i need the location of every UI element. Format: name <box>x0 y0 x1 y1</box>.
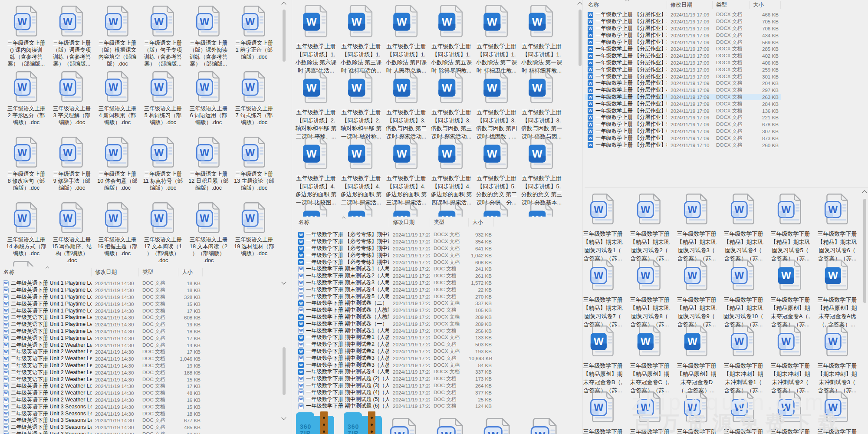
file-icon-item[interactable]: W五年级数学上册 【同步讲练】4. 多边形的面积 第 三课时 探索活... <box>384 136 429 207</box>
file-icon-item[interactable]: W三年级数学下册 【期末冲刺】期 <box>720 391 766 434</box>
file-row[interactable]: W二年级英语下册 Unit 3 Seasons Lesso...2024/11/… <box>0 417 203 424</box>
column-header-date[interactable]: 修改日期 <box>667 1 713 9</box>
file-icon-item[interactable]: W三年级语文上册 14 构段方式（部 编版）.doc <box>3 202 49 257</box>
file-icon-item[interactable]: W三年级数学下册 【期末冲刺】期 <box>674 391 720 434</box>
file-row[interactable]: W二年级英语下册 Unit 2 Weather Lesso...2024/11/… <box>0 355 203 362</box>
file-row[interactable]: W一年级数学下册 期中测试卷2（人教版...2024/11/19 17:23DO… <box>295 348 494 355</box>
file-row[interactable]: W一年级数学下册 期中测试卷（一）（人...2024/11/19 17:23DO… <box>295 320 494 327</box>
file-row[interactable]: W二年级英语下册 Unit 2 Weather Lesso...2024/11/… <box>0 342 203 349</box>
file-row[interactable]: W一年级数学上册 【分层作业】5.3 10（...2024/11/19 17:0… <box>585 107 781 114</box>
file-icon-item[interactable]: W三年级数学下册 【期末冲刺】期 <box>627 391 673 434</box>
file-icon-item[interactable]: W三年级语文上册 17 文本阅读（1 ）（部编版） .doc <box>140 202 186 264</box>
scrollbar-thumb[interactable] <box>283 10 286 62</box>
file-icon-item[interactable]: W三年级数学下册 【精品】期末巩 固复习试卷4（ 含答案）（苏... <box>720 193 766 263</box>
file-row[interactable]: W一年级数学下册 【必考专练】期中试题...2024/11/19 17:23DO… <box>295 231 494 238</box>
file-row[interactable]: W二年级英语下册 Unit 2 Weather Lesso...2024/11/… <box>0 369 203 376</box>
file-row[interactable]: W一年级数学下册 期中测试卷（人教版）....2024/11/19 17:23D… <box>295 307 494 314</box>
file-icon-item[interactable]: W三年级语文上册 11 标点符号（部 编版）.doc <box>140 136 186 191</box>
column-header-date[interactable]: 修改日期 <box>92 268 139 276</box>
file-icon-item[interactable]: W三年级数学下册 【精品】期末巩 固复习试卷9（ 含答案）（苏... <box>674 259 720 329</box>
file-icon-item[interactable]: W <box>483 418 512 434</box>
scrollbar-thumb[interactable] <box>283 347 286 395</box>
file-row[interactable]: W二年级英语下册 Unit 1 Playtime Lesso...2024/11… <box>0 328 203 335</box>
file-icon-item[interactable]: W三年级数学下册 【期末冲刺】期 末冲刺试卷2（ 含答案）（苏... <box>767 325 813 395</box>
column-header-name[interactable]: 名称 <box>295 218 389 227</box>
file-icon-item[interactable]: W五年级数学上册 【同步讲练】1. 小数除法 第四课 时 人民币兑换... <box>384 4 429 75</box>
file-row[interactable]: W一年级数学上册 【分层作业】8.1 9加几...2024/11/19 17:1… <box>585 141 781 148</box>
file-row[interactable]: W一年级数学下册 期中测试卷3（人教版...2024/11/19 17:23DO… <box>295 355 494 362</box>
file-icon-item[interactable]: W三年级数学下册 【精品原创】期 末夺冠金卷A（, 含答案）（苏... <box>767 259 813 329</box>
file-icon-item[interactable]: W五年级数学上册 【同步讲练】3. 倍数与因数 第三 课时 探索活动... <box>429 70 474 141</box>
scrollbar-thumb[interactable] <box>579 10 582 66</box>
file-row[interactable]: W二年级英语下册 Unit 1 Playtime Lesso...2024/11… <box>0 280 203 287</box>
file-icon-item[interactable]: W三年级语文上册 8 修改病句（部 编版）.doc <box>3 136 49 191</box>
file-icon-item[interactable]: W五年级数学上册 【同步讲练】4. 多边形的面积 第 二课时 探索活... <box>339 136 384 207</box>
file-row[interactable]: W二年级英语下册 Unit 1 Playtime Lesso...2024/11… <box>0 287 203 294</box>
file-row[interactable]: W一年级数学下册 期中测试卷1（人教版...2024/11/19 17:23DO… <box>295 334 494 341</box>
file-icon-item[interactable]: W五年级数学上册 【同步讲练】3. 倍数与因数 第二 课时 探索活动... <box>384 70 429 141</box>
file-row[interactable]: W一年级数学上册 【分层作业】4.1 认识...2024/11/19 17:09… <box>585 87 781 94</box>
file-row[interactable]: W二年级英语下册 Unit 2 Weather Lesso...2024/11/… <box>0 349 203 355</box>
file-row[interactable]: W一年级数学上册 【分层作业】6.1 11—...2024/11/19 17:0… <box>585 128 781 135</box>
file-row[interactable]: W一年级数学上册 【分层作业】5.1 6和7...2024/11/19 17:0… <box>585 94 781 101</box>
file-icon-item[interactable]: W <box>530 418 559 434</box>
file-row[interactable]: W一年级数学上册 【分层作业】5.2 8和9...2024/11/19 17:0… <box>585 100 781 107</box>
zip-archive-icon[interactable]: 360 ZIP <box>296 412 334 434</box>
file-icon-item[interactable]: W三年级数学下册 【精品】期末巩 固复习试卷6（ 含答案）（苏... <box>814 193 860 263</box>
file-icon-item[interactable]: W三年级语文上册 () 课内阅读训 练（含参考答 案）（部编版... <box>3 5 49 67</box>
file-row[interactable]: W一年级数学下册 【必考专练】期中试题...2024/11/19 17:23DO… <box>295 245 494 252</box>
file-row[interactable]: W一年级数学下册 期中测试卷3（人教版...2024/11/19 17:23DO… <box>295 362 494 368</box>
file-row[interactable]: W二年级英语下册 Unit 1 Playtime Lesso...2024/11… <box>0 307 203 314</box>
file-row[interactable]: W一年级数学上册 【分层作业】2.2 左右...2024/11/19 17:09… <box>585 32 781 39</box>
file-row[interactable]: W一年级数学下册 期中测试题 (3)（人教...2024/11/19 17:23… <box>295 382 494 389</box>
file-icon-item[interactable]: W三年级语文上册 （版）课外阅读 训练（含参考答 案）（部编版... <box>186 5 231 67</box>
file-icon-item[interactable]: W三年级语文上册 2 字形区分（部 编版）.doc <box>3 71 49 126</box>
file-row[interactable]: W一年级数学下册 期中测试题 (6)（人教...2024/11/19 17:23… <box>295 403 494 410</box>
file-icon-item[interactable]: W三年级数学下册 【期末冲刺】期 末冲刺试卷1（ 含答案）（苏... <box>720 325 766 395</box>
file-row[interactable]: W一年级数学下册 期中测试题 (2)（人教...2024/11/19 17:23… <box>295 375 494 382</box>
file-row[interactable]: W二年级英语下册 Unit 3 Seasons Lesso...2024/11/… <box>0 410 203 417</box>
file-row[interactable]: W一年级数学下册 期末测试卷3（人教版...2024/11/19 17:23DO… <box>295 279 494 286</box>
file-icon-item[interactable]: W五年级数学上册 【同步讲练】4. 多边形的面积 第 一课时 比较图... <box>293 136 339 207</box>
file-row[interactable]: W二年级英语下册 Unit 1 Playtime Lesso...2024/11… <box>0 294 203 301</box>
file-icon-item[interactable]: W三年级语文上册 6 词语运用（部 编版）.doc <box>186 71 231 126</box>
file-row[interactable]: W一年级数学上册 【分层作业】7.1 认识...2024/11/19 17:09… <box>585 135 781 141</box>
scroll-up-icon[interactable] <box>862 190 867 195</box>
scrollbar-thumb[interactable] <box>863 199 866 303</box>
file-row[interactable]: W二年级英语下册 Unit 3 Seasons Lesso...2024/11/… <box>0 424 203 431</box>
file-row[interactable]: W一年级数学下册 期末测试卷2（人教版...2024/11/19 17:23DO… <box>295 273 494 279</box>
column-header-name[interactable]: 名称 <box>0 268 92 276</box>
file-row[interactable]: W一年级数学上册 【分层作业】3.7（同步...2024/11/19 17:09… <box>585 80 781 87</box>
file-row[interactable]: W一年级数学上册 【分层作业】1.1 数一...2024/11/19 17:09… <box>585 11 781 18</box>
file-row[interactable]: W一年级数学下册 期中测试卷（人教版）....2024/11/19 17:23D… <box>295 314 494 321</box>
file-icon-item[interactable]: W五年级数学上册 【同步讲练】1. 小数除法 第二课 时 打扫卫生教... <box>474 4 519 75</box>
file-row[interactable]: W一年级数学上册 【分层作业】3.6 减法...2024/11/19 17:09… <box>585 73 781 80</box>
column-header-size[interactable]: 大小 <box>469 218 494 227</box>
file-icon-item[interactable]: W五年级数学上册 【同步讲练】5. 分数的意义 第三 课时 分数基本... <box>519 136 564 207</box>
file-row[interactable]: W二年级英语下册 Unit 1 Playtime Lesso...2024/11… <box>0 335 203 342</box>
file-icon-item[interactable]: W三年级语文上册 （版）句子专项 训练（含参考答 案）（部编版... <box>140 5 186 67</box>
file-row[interactable]: W一年级数学上册 【分层作业】2.1 上下...2024/11/19 17:09… <box>585 25 781 32</box>
file-icon-item[interactable]: W三年级数学下册 【精品】期末巩 固复习试卷1（ 含答案）（苏... <box>580 193 626 263</box>
file-icon-item[interactable]: W三年级数学下册 【期末冲刺】期 末冲刺试卷3（ 含答案）（苏... <box>814 325 860 395</box>
file-row[interactable]: W一年级数学下册 【必考专练】期中试题...2024/11/19 17:23DO… <box>295 259 494 266</box>
file-icon-item[interactable]: W三年级语文上册 13 主题议论（部 编版）.doc <box>231 136 277 191</box>
file-row[interactable]: W一年级数学下册 期中测试卷1（人教版...2024/11/19 17:23DO… <box>295 327 494 334</box>
file-icon-item[interactable]: W三年级语文上册 7 句式练习（部 编版）.doc <box>231 71 277 126</box>
file-row[interactable]: W一年级数学下册 【必考专练】期中试题...2024/11/19 17:23DO… <box>295 238 494 245</box>
scroll-down-icon[interactable] <box>281 415 286 420</box>
file-icon-item[interactable]: W三年级语文上册 （版）词语专项 训练（含参考答 案）（部编版... <box>49 5 95 67</box>
file-row[interactable]: W二年级英语下册 Unit 2 Weather Lesso...2024/11/… <box>0 397 203 404</box>
file-row[interactable]: W一年级数学上册 【分层作业】3.5 加法...2024/11/19 17:09… <box>585 66 781 73</box>
file-icon-item[interactable]: W三年级语文上册 15 写作顺序、结 构（部编版） .doc <box>49 202 95 264</box>
column-header-name[interactable]: 名称 <box>585 1 667 9</box>
file-icon-item[interactable]: W三年级数学下册 【精品】期末巩 固复习试卷10（ 含答案）（苏... <box>720 259 766 329</box>
file-row[interactable]: W二年级英语下册 Unit 2 Weather Lesso...2024/11/… <box>0 376 203 383</box>
file-icon-item[interactable]: W三年级语文上册 5 构词练习（部 编版）.doc <box>140 71 186 126</box>
file-icon-item[interactable]: W三年级数学下册 【期末冲刺】期 <box>814 391 860 434</box>
file-icon-item[interactable]: W三年级数学下册 【精品原创】期 末夺冠金卷A优 （, 含答案）... <box>814 259 860 329</box>
file-row[interactable]: W一年级数学上册 【分层作业】5.5 加减...2024/11/19 17:09… <box>585 121 781 128</box>
file-icon-item[interactable]: W三年级数学下册 【精品】期末巩 固复习试卷7（ 含答案）（苏... <box>580 259 626 329</box>
file-row[interactable]: W一年级数学上册 【分层作业】3.1 1—5...2024/11/19 17:0… <box>585 39 781 46</box>
file-icon-item[interactable]: W <box>437 418 465 434</box>
